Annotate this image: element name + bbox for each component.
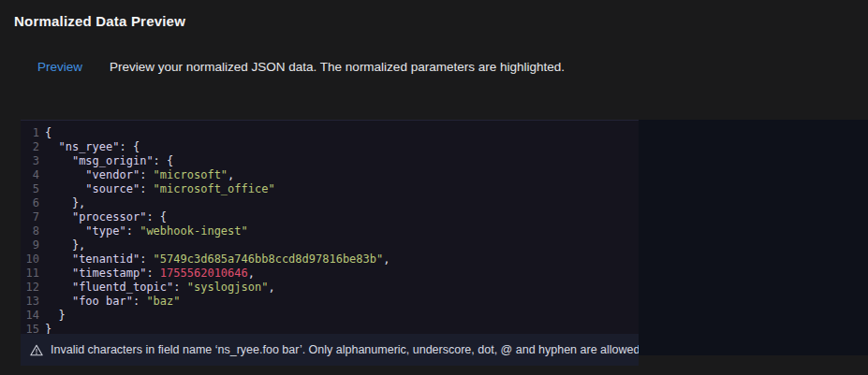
line-number: 6: [21, 196, 39, 210]
code-line: 8 "type": "webhook-ingest": [21, 224, 639, 238]
line-number: 4: [21, 168, 39, 182]
tab-preview[interactable]: Preview: [37, 60, 82, 74]
line-number: 5: [21, 182, 39, 196]
code-line: 1{: [21, 126, 639, 140]
line-number: 7: [21, 210, 39, 224]
validation-warning-text: Invalid characters in field name ‘ns_rye…: [51, 343, 643, 356]
preview-panel-background: [639, 120, 868, 355]
line-number: 15: [21, 323, 39, 334]
code-line: 9 },: [21, 238, 639, 252]
json-code-area[interactable]: 1{2 "ns_ryee": {3 "msg_origin": {4 "vend…: [21, 120, 639, 334]
code-line: 2 "ns_ryee": {: [21, 140, 639, 154]
tab-description: Preview your normalized JSON data. The n…: [110, 60, 565, 74]
normalized-json-editor: 1{2 "ns_ryee": {3 "msg_origin": {4 "vend…: [21, 120, 639, 366]
warning-triangle-icon: [30, 344, 43, 356]
line-number: 8: [21, 224, 39, 238]
code-line: 10 "tenantid": "5749c3d685a746bb8ccd8d97…: [21, 252, 639, 267]
code-line: 7 "processor": {: [21, 210, 639, 224]
line-number: 13: [21, 295, 39, 309]
code-line: 13 "foo bar": "baz": [21, 295, 639, 309]
line-number: 11: [21, 267, 39, 281]
validation-warning: Invalid characters in field name ‘ns_rye…: [21, 334, 639, 366]
line-number: 2: [21, 140, 39, 154]
line-number: 10: [21, 252, 39, 267]
page-title: Normalized Data Preview: [14, 13, 185, 29]
line-number: 12: [21, 281, 39, 295]
line-number: 3: [21, 154, 39, 168]
code-line: 15}: [21, 323, 639, 334]
code-line: 3 "msg_origin": {: [21, 154, 639, 168]
line-number: 9: [21, 238, 39, 252]
code-line: 11 "timestamp": 1755562010646,: [21, 267, 639, 281]
code-line: 12 "fluentd_topic": "syslogjson",: [21, 281, 639, 295]
line-number: 1: [21, 126, 39, 140]
code-line: 4 "vendor": "microsoft",: [21, 168, 639, 182]
code-line: 6 },: [21, 196, 639, 210]
code-line: 14 }: [21, 309, 639, 323]
code-line: 5 "source": "microsoft_office": [21, 182, 639, 196]
line-number: 14: [21, 309, 39, 323]
